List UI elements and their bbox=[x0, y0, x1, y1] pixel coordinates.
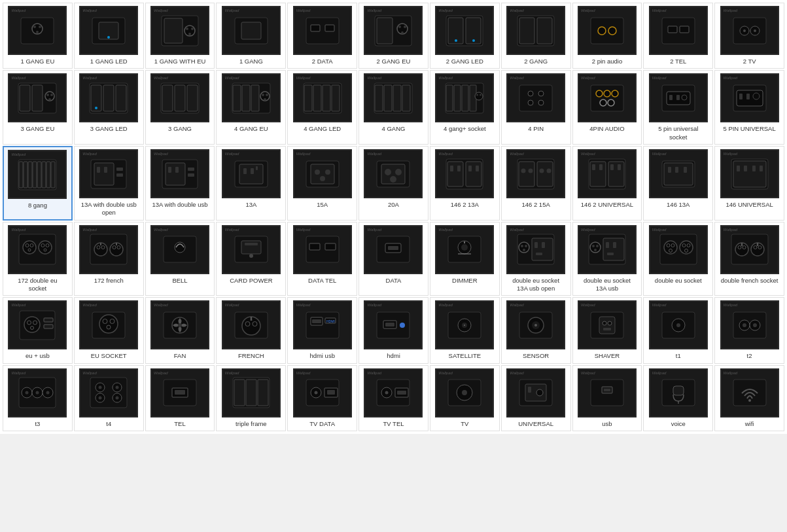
svg-rect-104 bbox=[739, 94, 743, 99]
grid-item-1-gang-eu[interactable]: Wallpad1 GANG EU bbox=[3, 3, 73, 69]
brand-logo: Wallpad bbox=[367, 228, 381, 232]
grid-item-universal[interactable]: WallpadUNIVERSAL bbox=[501, 365, 571, 431]
grid-item-bell[interactable]: WallpadBELL bbox=[145, 222, 215, 296]
svg-point-106 bbox=[753, 93, 760, 99]
product-thumbnail-172-double-eu: Wallpad bbox=[8, 225, 67, 274]
grid-item-french[interactable]: WallpadFRENCH bbox=[216, 297, 286, 363]
grid-item-eu-usb[interactable]: Wallpadeu + usb bbox=[3, 297, 73, 363]
grid-item-3-gang-eu[interactable]: Wallpad3 GANG EU bbox=[3, 70, 73, 145]
grid-item-2-gang-eu[interactable]: Wallpad2 GANG EU bbox=[359, 3, 428, 69]
grid-item-voice[interactable]: Wallpadvoice bbox=[643, 365, 713, 431]
product-thumbnail-tel: Wallpad bbox=[150, 368, 209, 417]
svg-point-222 bbox=[594, 249, 597, 251]
grid-item-double-eu-13a-usb-open[interactable]: Wallpaddouble eu socket 13A usb open bbox=[501, 222, 571, 296]
svg-point-23 bbox=[404, 26, 406, 28]
grid-item-satellite[interactable]: WallpadSATELLITE bbox=[430, 297, 500, 363]
grid-item-172-double-eu[interactable]: Wallpad172 double eu socket bbox=[3, 222, 73, 296]
product-thumbnail-3-gang-eu: Wallpad bbox=[8, 73, 67, 122]
svg-point-239 bbox=[743, 246, 746, 249]
grid-item-hdmi-usb[interactable]: HDMIWallpadhdmi usb bbox=[287, 297, 357, 363]
grid-item-2-tv[interactable]: Wallpad2 TV bbox=[714, 3, 784, 69]
grid-item-146-13a[interactable]: Wallpad146 13A bbox=[643, 146, 713, 221]
grid-item-13a-double-usb[interactable]: Wallpad13A with double usb bbox=[145, 146, 215, 221]
grid-item-double-french-socket[interactable]: Wallpaddouble french socket bbox=[714, 222, 784, 296]
grid-item-wifi[interactable]: Wallpadwifi bbox=[714, 365, 784, 431]
grid-item-146-2-13a[interactable]: Wallpad146 2 13A bbox=[430, 146, 500, 221]
grid-item-data[interactable]: WallpadDATA bbox=[359, 222, 428, 296]
grid-item-20a[interactable]: Wallpad20A bbox=[359, 146, 428, 221]
grid-item-eu-socket[interactable]: WallpadEU SOCKET bbox=[74, 297, 144, 363]
grid-item-card-power[interactable]: WallpadCARD POWER bbox=[216, 222, 286, 296]
grid-item-tv[interactable]: WallpadTV bbox=[430, 365, 500, 431]
grid-item-2-gang[interactable]: Wallpad2 GANG bbox=[501, 3, 571, 69]
svg-point-234 bbox=[687, 244, 690, 247]
grid-item-4-gang-led[interactable]: Wallpad4 GANG LED bbox=[287, 70, 357, 145]
brand-logo: Wallpad bbox=[367, 9, 381, 12]
product-thumbnail-universal: Wallpad bbox=[506, 368, 565, 417]
product-thumbnail-eu-socket: Wallpad bbox=[79, 300, 138, 349]
grid-item-hdmi[interactable]: Wallpadhdmi bbox=[359, 297, 428, 363]
grid-item-3-gang[interactable]: Wallpad3 GANG bbox=[145, 70, 215, 145]
svg-rect-79 bbox=[446, 85, 453, 111]
grid-item-5-pin-universal-socket[interactable]: Wallpad5 pin universal socket bbox=[643, 70, 713, 145]
grid-item-146-universal[interactable]: Wallpad146 UNIVERSAL bbox=[714, 146, 784, 221]
grid-item-5-pin-universal[interactable]: Wallpad5 PIN UNIVERSAL bbox=[714, 70, 784, 145]
svg-point-4 bbox=[36, 31, 39, 33]
svg-point-49 bbox=[50, 94, 53, 96]
svg-point-153 bbox=[529, 168, 533, 173]
grid-item-8-gang[interactable]: Wallpad8 gang bbox=[3, 146, 73, 221]
grid-item-shaver[interactable]: WallpadSHAVER bbox=[572, 297, 642, 363]
brand-logo: Wallpad bbox=[296, 303, 311, 307]
svg-point-304 bbox=[99, 386, 102, 389]
grid-item-2-gang-led[interactable]: Wallpad2 GANG LED bbox=[430, 3, 500, 69]
grid-item-4-pin[interactable]: Wallpad4 PIN bbox=[501, 70, 571, 145]
grid-item-double-eu-socket[interactable]: Wallpaddouble eu socket bbox=[643, 222, 713, 296]
product-label-eu-usb: eu + usb bbox=[26, 352, 50, 360]
svg-point-12 bbox=[191, 27, 194, 30]
grid-item-tv-tel[interactable]: WallpadTV TEL bbox=[359, 365, 428, 431]
grid-item-13a[interactable]: Wallpad13A bbox=[216, 146, 286, 221]
grid-item-2-tel[interactable]: Wallpad2 TEL bbox=[643, 3, 713, 69]
grid-item-t2[interactable]: Wallpadt2 bbox=[714, 297, 784, 363]
grid-item-dimmer[interactable]: WallpadDIMMER bbox=[430, 222, 500, 296]
grid-item-t1[interactable]: Wallpadt1 bbox=[643, 297, 713, 363]
brand-logo: Wallpad bbox=[652, 152, 667, 156]
product-label-1-gang: 1 GANG bbox=[239, 58, 263, 65]
grid-item-t3[interactable]: Wallpadt3 bbox=[3, 365, 73, 431]
grid-item-data-tel[interactable]: WallpadDATA TEL bbox=[287, 222, 357, 296]
product-thumbnail-data-tel: Wallpad bbox=[293, 225, 352, 274]
grid-item-2-data[interactable]: Wallpad2 DATA bbox=[287, 3, 357, 69]
grid-item-usb[interactable]: Wallpadusb bbox=[572, 365, 642, 431]
product-thumbnail-172-french: Wallpad bbox=[79, 225, 138, 274]
grid-item-triple-frame[interactable]: Wallpadtriple frame bbox=[216, 365, 286, 431]
grid-item-4-gang-eu[interactable]: Wallpad4 GANG EU bbox=[216, 70, 286, 145]
brand-logo: Wallpad bbox=[154, 228, 168, 232]
grid-item-172-french[interactable]: Wallpad172 french bbox=[74, 222, 144, 296]
grid-item-1-gang[interactable]: Wallpad1 GANG bbox=[216, 3, 286, 69]
grid-item-146-2-universal[interactable]: Wallpad146 2 UNIVERSAL bbox=[572, 146, 642, 221]
grid-item-fan[interactable]: WallpadFAN bbox=[145, 297, 215, 363]
grid-item-tv-data[interactable]: WallpadTV DATA bbox=[287, 365, 357, 431]
grid-item-1-gang-led[interactable]: Wallpad1 GANG LED bbox=[74, 3, 144, 69]
grid-item-t4[interactable]: Wallpadt4 bbox=[74, 365, 144, 431]
product-label-5-pin-universal-socket: 5 pin universal socket bbox=[649, 125, 708, 141]
grid-item-4-gang-socket[interactable]: Wallpad4 gang+ socket bbox=[430, 70, 500, 145]
grid-item-tel[interactable]: WallpadTEL bbox=[145, 365, 215, 431]
grid-item-double-eu-13a-usb[interactable]: Wallpaddouble eu socket 13A usb bbox=[572, 222, 642, 296]
grid-item-3-gang-led[interactable]: Wallpad3 GANG LED bbox=[74, 70, 144, 145]
product-label-4-gang: 4 GANG bbox=[382, 125, 406, 133]
brand-logo: Wallpad bbox=[367, 303, 381, 307]
grid-item-4pin-audio[interactable]: Wallpad4PIN AUDIO bbox=[572, 70, 642, 145]
product-thumbnail-1-gang-led: Wallpad bbox=[79, 6, 138, 55]
grid-item-13a-double-usb-open[interactable]: Wallpad13A with double usb open bbox=[74, 146, 144, 221]
product-label-2-tv: 2 TV bbox=[743, 58, 756, 65]
svg-rect-132 bbox=[256, 166, 258, 170]
grid-item-1-gang-with-eu[interactable]: Wallpad1 GANG WITH EU bbox=[145, 3, 215, 69]
grid-item-15a[interactable]: Wallpad15A bbox=[287, 146, 357, 221]
grid-item-sensor[interactable]: WallpadSENSOR bbox=[501, 297, 571, 363]
grid-item-4-gang[interactable]: Wallpad4 GANG bbox=[359, 70, 428, 145]
grid-item-2-pin-audio[interactable]: Wallpad2 pin audio bbox=[572, 3, 642, 69]
grid-item-146-2-15a[interactable]: Wallpad146 2 15A bbox=[501, 146, 571, 221]
svg-point-152 bbox=[521, 168, 526, 173]
svg-rect-120 bbox=[116, 168, 123, 171]
